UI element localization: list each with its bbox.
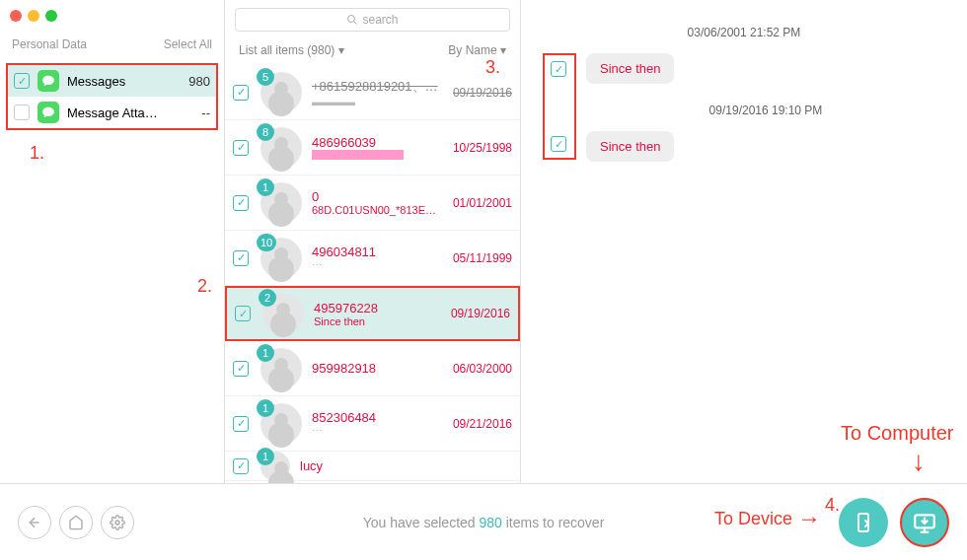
checkbox-icon[interactable]: ✓ [233, 416, 249, 432]
thread-name: lucy [300, 458, 512, 473]
message-checkbox-group: ✓ ✓ [543, 53, 576, 160]
checkbox-icon[interactable]: ✓ [551, 61, 566, 77]
thread-sub: ⋯ [312, 425, 443, 438]
message-timestamp: 03/06/2001 21:52 PM [543, 26, 945, 39]
svg-point-3 [115, 521, 119, 525]
back-button[interactable] [18, 506, 51, 539]
thread-date: 09/21/2016 [443, 417, 512, 431]
message-timestamp: 09/19/2016 19:10 PM [586, 104, 945, 117]
gear-icon [110, 515, 125, 530]
search-icon [346, 14, 358, 26]
message-bubble: Since then [586, 53, 674, 84]
thread-date: 01/01/2001 [443, 196, 512, 210]
thread-name: 959982918 [312, 361, 443, 376]
callout-to-computer: To Computer [841, 422, 954, 445]
callout-1: 1. [30, 143, 44, 164]
thread-name: 496034811 [312, 245, 443, 259]
message-row: Since then [586, 131, 945, 162]
home-icon [68, 515, 84, 530]
thread-date: 09/19/2016 [441, 307, 510, 320]
sidebar-item-count: -- [201, 105, 210, 120]
thread-name: +8615928819201、… [312, 78, 443, 96]
callout-4: 4. [825, 495, 840, 516]
messages-app-icon [37, 102, 59, 123]
thread-row[interactable]: ✓ 2 495976228Since then 09/19/2016 [225, 286, 520, 341]
checkbox-icon[interactable]: ✓ [233, 250, 249, 266]
message-row: Since then [586, 53, 945, 84]
checkbox-icon[interactable]: ✓ [233, 458, 249, 474]
svg-line-1 [354, 22, 357, 25]
thread-date: 06/03/2000 [443, 362, 512, 376]
callout-3: 3. [485, 57, 500, 78]
sidebar-item-messages[interactable]: ✓ Messages 980 [8, 65, 216, 97]
monitor-download-icon [912, 510, 937, 535]
sidebar-header: Personal Data [12, 37, 87, 51]
checkbox-icon[interactable]: ✓ [14, 73, 30, 89]
message-bubble: Since then [586, 131, 674, 162]
checkbox-icon[interactable]: ✓ [551, 136, 566, 152]
select-all-link[interactable]: Select All [164, 37, 212, 51]
arrow-left-icon [27, 515, 42, 530]
checkbox-icon[interactable]: ✓ [14, 105, 30, 120]
thread-name: 495976228 [314, 301, 441, 315]
thread-sub: ▬▬▬▬ [312, 96, 443, 107]
thread-row[interactable]: ✓ 1 lucy [225, 452, 520, 481]
thread-sub: 68D.C01USN00_*813E… [312, 204, 443, 216]
arrow-right-icon: → [797, 505, 821, 532]
list-all-dropdown[interactable]: List all items (980) ▾ [239, 43, 344, 57]
thread-row[interactable]: ✓ 1 068D.C01USN00_*813E… 01/01/2001 [225, 175, 520, 231]
avatar: 8 [260, 127, 302, 169]
callout-to-device: To Device [714, 509, 792, 529]
footer-status: You have selected 980 items to recover [363, 515, 605, 530]
to-device-button[interactable] [839, 498, 888, 547]
category-list: ✓ Messages 980 ✓ Message Atta… -- [6, 63, 218, 130]
thread-date: 05/11/1999 [443, 251, 512, 265]
arrow-down-icon: ↓ [912, 446, 926, 477]
avatar: 1 [260, 348, 302, 389]
avatar: 1 [260, 452, 290, 481]
settings-button[interactable] [101, 506, 134, 539]
thread-column: search List all items (980) ▾ By Name ▾ … [225, 0, 521, 483]
checkbox-icon[interactable]: ✓ [233, 195, 249, 211]
thread-date: 10/25/1998 [443, 141, 512, 155]
thread-date: 09/19/2016 [443, 86, 512, 100]
thread-name: 0 [312, 189, 443, 204]
thread-sub: Since then [314, 315, 441, 327]
callout-2: 2. [197, 276, 212, 297]
thread-row[interactable]: ✓ 1 852306484⋯ 09/21/2016 [225, 396, 520, 452]
svg-point-0 [348, 16, 355, 23]
checkbox-icon[interactable]: ✓ [235, 306, 251, 321]
thread-name: 486966039 [312, 135, 443, 150]
thread-row[interactable]: ✓ 5 +8615928819201、…▬▬▬▬ 09/19/2016 [225, 65, 520, 120]
avatar: 2 [262, 293, 304, 334]
checkbox-icon[interactable]: ✓ [233, 361, 249, 377]
thread-sub: ⋯ [312, 259, 443, 272]
sidebar: Personal Data Select All ✓ Messages 980 … [0, 0, 225, 483]
thread-sub [312, 150, 443, 160]
sidebar-item-message-attachments[interactable]: ✓ Message Atta… -- [8, 97, 216, 128]
avatar: 1 [260, 403, 302, 445]
avatar: 1 [260, 182, 302, 224]
search-input[interactable]: search [235, 8, 510, 32]
avatar: 5 [260, 72, 302, 113]
thread-name: 852306484 [312, 410, 443, 425]
thread-row[interactable]: ✓ 10 496034811⋯ 05/11/1999 [225, 231, 520, 286]
home-button[interactable] [59, 506, 93, 539]
sort-dropdown[interactable]: By Name ▾ [448, 43, 506, 57]
checkbox-icon[interactable]: ✓ [233, 85, 249, 101]
messages-app-icon [37, 70, 59, 92]
checkbox-icon[interactable]: ✓ [233, 140, 249, 156]
phone-icon [852, 511, 875, 534]
message-preview: 03/06/2001 21:52 PM ✓ ✓ Since then 09/19… [521, 0, 967, 483]
avatar: 10 [260, 238, 302, 279]
thread-row[interactable]: ✓ 8 486966039 10/25/1998 [225, 120, 520, 175]
sidebar-item-label: Message Atta… [67, 105, 158, 120]
sidebar-item-count: 980 [188, 74, 210, 89]
sidebar-item-label: Messages [67, 74, 125, 89]
footer: You have selected 980 items to recover [0, 483, 967, 560]
thread-list: ✓ 5 +8615928819201、…▬▬▬▬ 09/19/2016 ✓ 8 … [225, 65, 520, 483]
to-computer-button[interactable] [900, 498, 949, 547]
thread-row[interactable]: ✓ 1 959982918 06/03/2000 [225, 341, 520, 396]
